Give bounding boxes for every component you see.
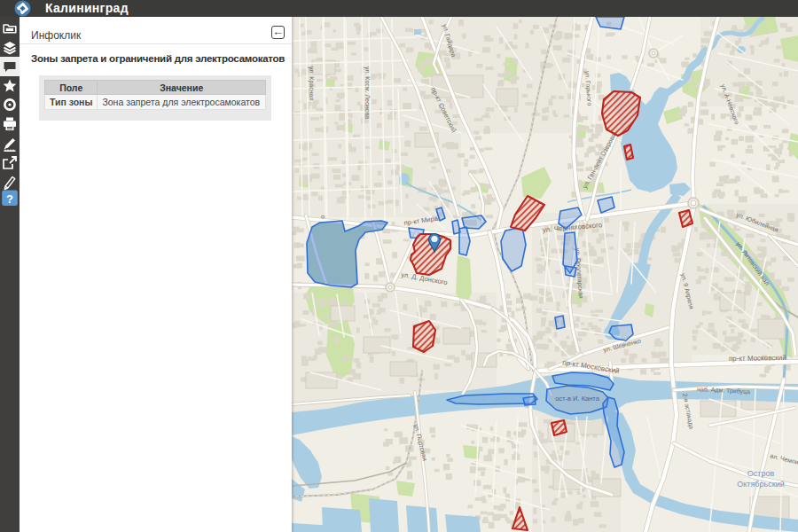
svg-text:?: ? <box>6 192 13 206</box>
svg-text:ост-в И. Канта: ост-в И. Канта <box>555 395 600 403</box>
svg-text:Октябрьский: Октябрьский <box>737 480 784 489</box>
svg-text:ул. Красная: ул. Красная <box>308 66 315 100</box>
svg-text:Остров: Остров <box>747 469 775 478</box>
svg-text:пр-кт Московский: пр-кт Московский <box>729 354 786 363</box>
svg-text:ул. Косм. Леонова: ул. Косм. Леонова <box>364 66 371 119</box>
